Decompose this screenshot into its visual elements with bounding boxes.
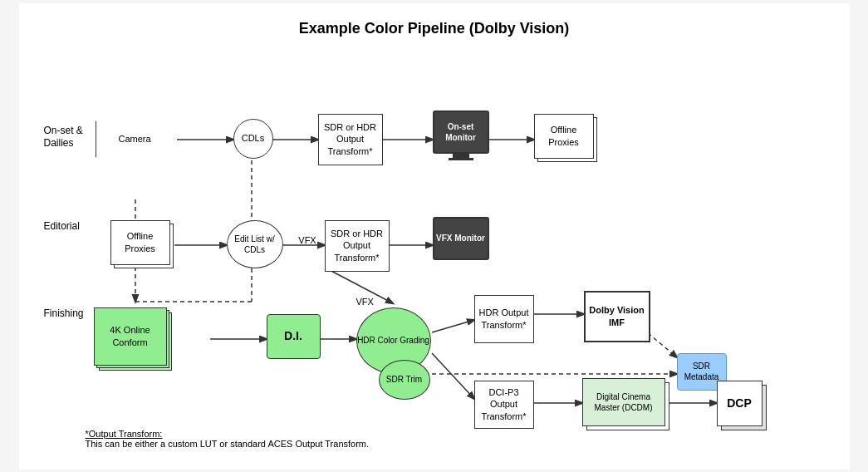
vfx-circle-top-label: VFX (356, 297, 374, 307)
hdr-color-grading-label: HDR Color Grading (357, 335, 429, 346)
camera-node: Camera (96, 114, 174, 165)
sdr-hdr-1-label: SDR or HDR Output Transform* (319, 121, 382, 157)
footnote-body: This can be either a custom LUT or stand… (86, 439, 370, 449)
dolby-vision-label: Dolby Vision IMF (586, 304, 649, 328)
dcp-label: DCP (727, 396, 752, 411)
dci-p3-node: DCI-P3 Output Transform* (474, 381, 534, 429)
cdls-label: CDLs (242, 132, 265, 144)
vfx-hdr-grading-node: VFX HDR Color Grading (356, 297, 374, 307)
vfx-label: VFX (298, 234, 316, 246)
row-label-editorial: Editorial (44, 220, 80, 234)
camera-label: Camera (118, 133, 150, 145)
sdr-hdr-1-node: SDR or HDR Output Transform* (318, 114, 383, 165)
edit-list-label: Edit List w/ CDLs (228, 234, 282, 255)
svg-line-14 (432, 353, 474, 399)
page-title: Example Color Pipeline (Dolby Vision) (44, 20, 825, 37)
onset-monitor-node: On-set Monitor (433, 111, 489, 160)
diagram-container: Example Color Pipeline (Dolby Vision) On… (19, 3, 850, 470)
cdls-node: CDLs (233, 119, 273, 159)
sdr-hdr-2-node: SDR or HDR Output Transform* (325, 220, 390, 272)
diagram-area: On-set &Dailies Editorial Finishing (44, 54, 825, 453)
hdr-output-label: HDR Output Transform* (475, 307, 533, 331)
vfx-monitor-label: VFX Monitor (436, 233, 485, 243)
footnote-title: *Output Transform: (86, 429, 163, 439)
sdr-hdr-2-label: SDR or HDR Output Transform* (326, 228, 389, 263)
online-conform-label: 4K Online Conform (95, 324, 166, 348)
digital-cinema-label: Digital Cinema Master (DCDM) (583, 391, 664, 413)
sdr-trim-node: SDR Trim (379, 360, 430, 400)
footnote: *Output Transform: This can be either a … (86, 429, 370, 449)
dci-p3-label: DCI-P3 Output Transform* (475, 386, 533, 422)
sdr-trim-label: SDR Trim (386, 374, 422, 385)
vfx-text-label: VFX (293, 233, 322, 249)
edit-list-node: Edit List w/ CDLs (227, 220, 283, 268)
hdr-output-node: HDR Output Transform* (474, 295, 534, 343)
di-label: D.I. (284, 328, 302, 343)
vfx-monitor-node: VFX Monitor (433, 217, 458, 224)
row-label-finishing: Finishing (44, 307, 84, 321)
offline-proxies-2-label: Offline Proxies (111, 230, 169, 254)
dolby-vision-node: Dolby Vision IMF (584, 291, 650, 342)
row-label-onset: On-set &Dailies (44, 125, 83, 150)
onset-monitor-label: On-set Monitor (434, 121, 488, 143)
sdr-metadata-label: SDR Metadata (678, 361, 726, 382)
svg-line-13 (432, 320, 474, 332)
di-node: D.I. (267, 314, 321, 359)
offline-proxies-1-label: Offline Proxies (535, 124, 593, 148)
